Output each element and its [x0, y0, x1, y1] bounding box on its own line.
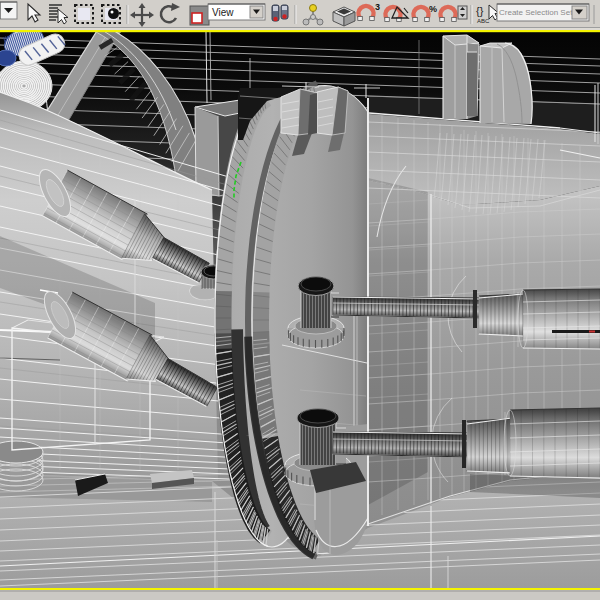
svg-text:3: 3 [375, 2, 380, 12]
svg-text:Create Selection Set: Create Selection Set [499, 8, 573, 17]
svg-text:ABC: ABC [477, 18, 490, 24]
svg-text:%: % [429, 4, 437, 14]
svg-text:View: View [212, 7, 234, 18]
svg-text:{}: {} [476, 5, 484, 17]
